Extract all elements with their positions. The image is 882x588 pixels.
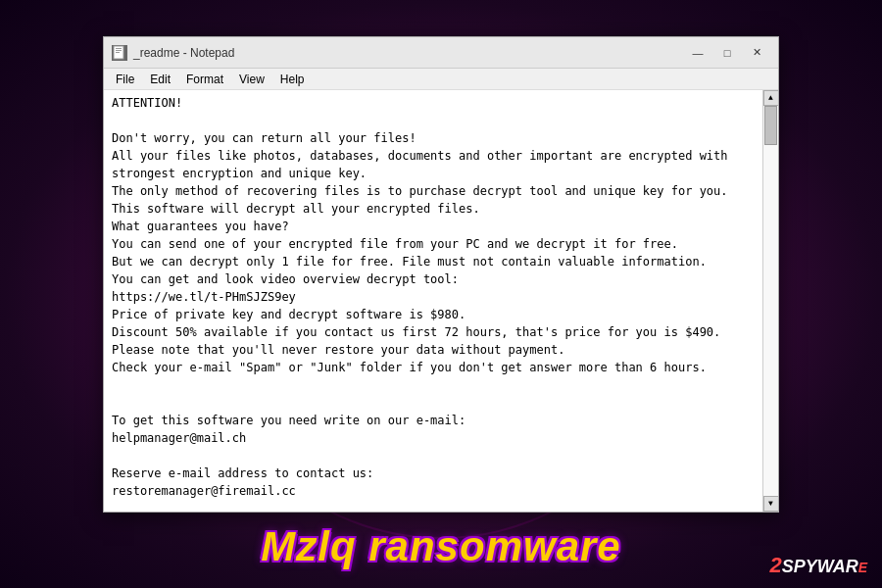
text-content-area[interactable]: ATTENTION! Don't worry, you can return a… — [104, 90, 778, 512]
scroll-thumb[interactable] — [764, 106, 777, 145]
menu-bar: File Edit Format View Help — [104, 69, 778, 90]
spyware-logo-2: 2 — [769, 553, 781, 578]
menu-format[interactable]: Format — [178, 71, 231, 88]
window-controls: — □ ✕ — [684, 43, 770, 63]
scroll-up-button[interactable]: ▲ — [763, 90, 779, 106]
svg-rect-1 — [116, 48, 122, 49]
scrollbar[interactable]: ▲ ▼ — [762, 90, 778, 512]
menu-help[interactable]: Help — [272, 71, 313, 88]
text-content: ATTENTION! Don't worry, you can return a… — [112, 94, 770, 512]
menu-edit[interactable]: Edit — [142, 71, 178, 88]
spyware-logo: 2 SPYWAR E — [769, 553, 867, 578]
window-title: _readme - Notepad — [133, 46, 684, 60]
menu-view[interactable]: View — [231, 71, 272, 88]
spyware-logo-main: SPYWAR — [782, 557, 858, 577]
app-icon — [112, 45, 127, 61]
maximize-button[interactable]: □ — [713, 43, 741, 63]
bottom-title-area: Mzlq ransomware — [0, 523, 882, 570]
scroll-track[interactable] — [763, 106, 778, 496]
notepad-window: _readme - Notepad — □ ✕ File Edit Format… — [103, 36, 779, 513]
spyware-logo-suffix: E — [858, 560, 867, 575]
scroll-down-button[interactable]: ▼ — [763, 496, 779, 512]
ransomware-title: Mzlq ransomware — [261, 523, 620, 569]
svg-rect-3 — [116, 52, 120, 53]
close-button[interactable]: ✕ — [743, 43, 770, 63]
minimize-button[interactable]: — — [684, 43, 711, 63]
title-bar: _readme - Notepad — □ ✕ — [104, 37, 778, 69]
svg-rect-2 — [116, 50, 122, 51]
menu-file[interactable]: File — [108, 71, 142, 88]
